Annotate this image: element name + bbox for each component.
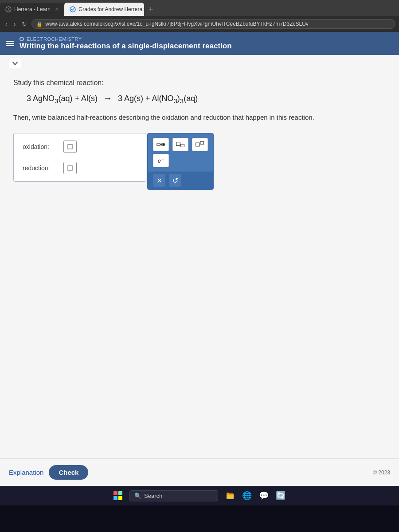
- taskbar-search-placeholder: Search: [144, 493, 162, 499]
- palette-superscript-button[interactable]: [192, 138, 208, 151]
- input-section: oxidation: reduction:: [13, 133, 386, 190]
- header-title: Writing the half-reactions of a single-d…: [20, 42, 232, 51]
- reduction-row: reduction:: [23, 162, 137, 174]
- url-text: www-awa.aleks.com/alekscgi/x/lsl.exe/1o_…: [45, 21, 309, 27]
- tab2-label: Grades for Andrew Herrera: CHE: [78, 6, 144, 12]
- reduction-input[interactable]: [63, 162, 77, 174]
- superscript-box-icon: [196, 141, 204, 148]
- taskbar-search-icon: 🔍: [134, 493, 141, 499]
- palette-electron-button[interactable]: e⁻: [153, 154, 169, 167]
- taskbar: 🔍 Search 🌐 💬 🔄: [0, 486, 399, 505]
- svg-rect-8: [176, 142, 180, 146]
- svg-rect-10: [196, 143, 200, 146]
- svg-rect-2: [68, 145, 72, 149]
- subscript-box-icon: [176, 141, 185, 148]
- oxidation-row: oxidation:: [23, 141, 137, 153]
- oxidation-input[interactable]: [63, 141, 77, 153]
- taskbar-icon-file-explorer[interactable]: [225, 491, 235, 501]
- svg-rect-4: [157, 144, 160, 145]
- oxidation-input-box-icon: [67, 144, 73, 150]
- win-logo-b: [113, 496, 117, 500]
- electron-label: e⁻: [158, 157, 164, 164]
- study-prompt: Study this chemical reaction:: [13, 79, 386, 87]
- explanation-button[interactable]: Explanation: [9, 469, 43, 476]
- back-button[interactable]: ‹: [4, 20, 9, 28]
- tab1-label: Herrera - Learn: [14, 6, 51, 12]
- undo-button[interactable]: ↺: [169, 174, 181, 187]
- bottom-dark-area: [0, 505, 399, 532]
- hamburger-line2: [6, 43, 14, 44]
- category-dot-icon: [20, 37, 24, 41]
- check-button[interactable]: Check: [49, 465, 88, 480]
- question-area: Study this chemical reaction: 3 AgNO3(aq…: [0, 70, 399, 458]
- win-logo-y: [118, 496, 122, 500]
- taskbar-icon-refresh[interactable]: 🔄: [276, 491, 286, 501]
- reaction-text: 3 AgNO3(aq) + Al(s) → 3 Ag(s) + Al(NO3)3…: [27, 93, 198, 105]
- reaction-equation: 3 AgNO3(aq) + Al(s) → 3 Ag(s) + Al(NO3)3…: [13, 93, 386, 105]
- tab1-close[interactable]: ✕: [55, 7, 59, 12]
- reduction-input-box-icon: [67, 165, 73, 171]
- refresh-button[interactable]: ↻: [20, 20, 29, 28]
- svg-rect-3: [68, 166, 72, 170]
- undo-icon: ↺: [172, 176, 178, 185]
- lock-icon: 🔒: [36, 21, 43, 27]
- instruction-text: Then, write balanced half-reactions desc…: [13, 113, 386, 123]
- tab-icon-2: [70, 6, 76, 12]
- palette-row-2: e⁻: [153, 154, 208, 167]
- file-explorer-icon: [226, 491, 235, 500]
- taskbar-icon-browser[interactable]: 🌐: [242, 491, 252, 501]
- arrow-right-icon: [156, 141, 165, 148]
- tab-herrera-learn[interactable]: Herrera - Learn ✕: [0, 3, 64, 16]
- new-tab-button[interactable]: +: [144, 5, 158, 13]
- tab-bar: Herrera - Learn ✕ Grades for Andrew Herr…: [0, 0, 399, 16]
- main-content: ELECTROCHEMISTRY Writing the half-reacti…: [0, 32, 399, 486]
- header-text: ELECTROCHEMISTRY Writing the half-reacti…: [20, 36, 232, 51]
- windows-logo-icon[interactable]: [113, 491, 122, 500]
- category-label: ELECTROCHEMISTRY: [27, 36, 82, 42]
- oxidation-label: oxidation:: [23, 143, 58, 150]
- hamburger-line3: [6, 45, 14, 46]
- win-logo-r: [113, 491, 117, 495]
- aleks-header: ELECTROCHEMISTRY Writing the half-reacti…: [0, 32, 399, 55]
- palette-arrow-button[interactable]: [153, 138, 169, 151]
- tab-icon-1: [5, 6, 12, 12]
- address-bar-row: ‹ › ↻ 🔒 www-awa.aleks.com/alekscgi/x/lsl…: [0, 16, 399, 32]
- address-bar[interactable]: 🔒 www-awa.aleks.com/alekscgi/x/lsl.exe/1…: [31, 19, 395, 29]
- win-logo-g: [118, 491, 122, 495]
- labels-inputs-box: oxidation: reduction:: [13, 133, 146, 182]
- svg-rect-11: [200, 141, 204, 144]
- reaction-arrow-icon: →: [103, 93, 112, 103]
- browser-chrome: Herrera - Learn ✕ Grades for Andrew Herr…: [0, 0, 399, 32]
- svg-rect-9: [181, 144, 184, 147]
- reduction-label: reduction:: [23, 164, 58, 172]
- palette-subscript-button[interactable]: [172, 138, 188, 151]
- chevron-down-icon: [12, 61, 18, 66]
- copyright-text: © 2023: [373, 469, 390, 476]
- hamburger-menu[interactable]: [6, 41, 14, 46]
- taskbar-search-box[interactable]: 🔍 Search: [129, 490, 218, 501]
- symbol-palette: e⁻ ✕ ↺: [147, 133, 214, 190]
- tab-grades-andrew[interactable]: Grades for Andrew Herrera: CHE ✕: [64, 3, 144, 16]
- forward-button[interactable]: ›: [12, 20, 18, 28]
- bottom-bar: Explanation Check © 2023: [0, 458, 399, 486]
- taskbar-icon-message[interactable]: 💬: [259, 491, 269, 501]
- hamburger-line1: [6, 41, 14, 42]
- clear-button[interactable]: ✕: [153, 174, 165, 187]
- header-category: ELECTROCHEMISTRY: [20, 36, 232, 42]
- palette-row-1: [153, 138, 208, 151]
- clear-icon: ✕: [156, 176, 162, 185]
- chevron-down-button[interactable]: [9, 59, 21, 68]
- action-row: ✕ ↺: [148, 172, 213, 189]
